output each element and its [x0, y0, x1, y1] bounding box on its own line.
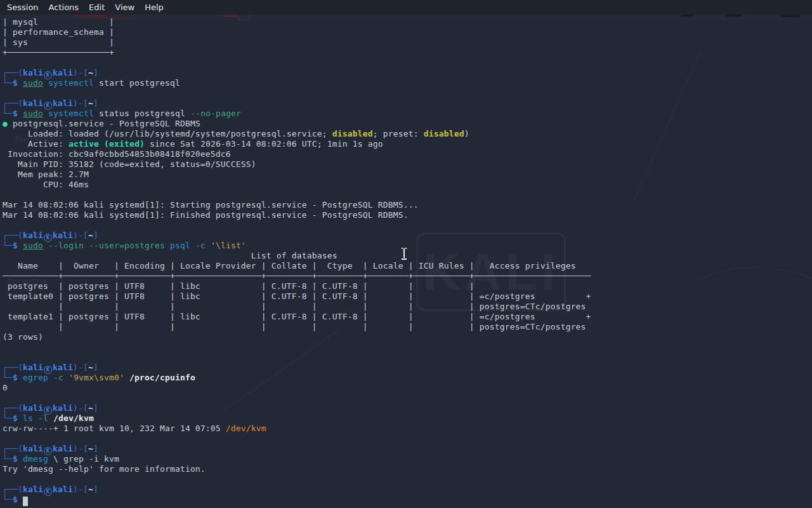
terminal-line: └─$ sudo --login --user=postgres psql -c…: [3, 241, 591, 251]
terminal-line: └─$: [3, 495, 591, 505]
terminal-line: [3, 220, 591, 231]
terminal-line: [3, 474, 591, 485]
terminal-line: CPU: 46ms: [3, 180, 591, 190]
mouse-cursor-ibeam: [400, 248, 408, 260]
terminal-line: ┌──(kali㉿kali)-[~]: [3, 98, 591, 109]
menubar: SessionActionsEditViewHelp: [0, 0, 812, 15]
terminal-line: | performance_schema |: [3, 27, 591, 37]
terminal-line: Mar 14 08:02:06 kali systemd[1]: Startin…: [3, 200, 591, 210]
terminal-line: | | | | | | | | postgres=CTc/postgres: [3, 302, 591, 312]
terminal-line: Loaded: loaded (/usr/lib/systemd/system/…: [3, 129, 591, 139]
ibeam-stem: [403, 248, 405, 259]
terminal-line: template1 | postgres | UTF8 | libc | C.U…: [3, 312, 591, 322]
terminal-line: [3, 88, 591, 98]
terminal-line: ┌──(kali㉿kali)-[~]: [3, 403, 591, 413]
wallpaper-shape: [633, 50, 812, 268]
terminal-line: ┌──(kali㉿kali)-[~]: [3, 231, 591, 241]
terminal-line: ───────────+──────────+──────────+──────…: [3, 271, 591, 281]
terminal-line: [3, 352, 591, 363]
menu-item-view[interactable]: View: [110, 1, 140, 13]
terminal-line: └─$ dmesg \ grep -i kvm: [3, 454, 591, 464]
terminal-line: Mem peak: 2.7M: [3, 170, 591, 180]
terminal-line: └─$ ls -l /dev/kvm: [3, 413, 591, 424]
terminal-line: +────────────────────+: [3, 48, 591, 58]
terminal-line: ● postgresql.service - PostgreSQL RDBMS: [3, 119, 591, 129]
terminal-line: crw-rw----+ 1 root kvm 10, 232 Mar 14 07…: [3, 424, 591, 434]
terminal-line: | | | | | | | | postgres=CTc/postgres: [3, 322, 591, 332]
terminal-line: [3, 434, 591, 444]
terminal-line: [3, 190, 591, 200]
wallpaper-swirl: [609, 267, 812, 508]
terminal-line: ┌──(kali㉿kali)-[~]: [3, 363, 591, 373]
menu-item-edit[interactable]: Edit: [84, 1, 110, 13]
ibeam-serif-bottom: [402, 258, 407, 260]
terminal-line: └─$ sudo systemctl start postgresql: [3, 78, 591, 88]
terminal-line: List of databases: [3, 251, 591, 261]
terminal-line: postgres | postgres | UTF8 | libc | C.UT…: [3, 281, 591, 291]
terminal-line: ┌──(kali㉿kali)-[~]: [3, 68, 591, 78]
terminal-line: ┌──(kali㉿kali)-[~]: [3, 485, 591, 495]
terminal-line: [3, 342, 591, 352]
terminal-line: [3, 58, 591, 68]
menu-item-session[interactable]: Session: [2, 1, 44, 13]
terminal-line: Invocation: cbc9af0cbbd54853b08418f020ee…: [3, 149, 591, 159]
terminal-line: 0: [3, 383, 591, 393]
terminal-line: (3 rows): [3, 332, 591, 342]
menu-item-actions[interactable]: Actions: [44, 1, 84, 13]
terminal-line: template0 | postgres | UTF8 | libc | C.U…: [3, 291, 591, 302]
terminal[interactable]: | mysql || performance_schema || sys |+─…: [3, 17, 591, 505]
menu-item-help[interactable]: Help: [140, 1, 169, 13]
terminal-line: Main PID: 35182 (code=exited, status=0/S…: [3, 159, 591, 170]
terminal-line: └─$ egrep -c '9vmx\svm0' /proc/cpuinfo: [3, 373, 591, 383]
terminal-line: | mysql |: [3, 17, 591, 27]
terminal-line: Name | Owner | Encoding | Locale Provide…: [3, 261, 591, 271]
terminal-line: Try 'dmesg --help' for more information.: [3, 464, 591, 474]
terminal-line: [3, 393, 591, 403]
terminal-line: | sys |: [3, 37, 591, 48]
terminal-line: Mar 14 08:02:06 kali systemd[1]: Finishe…: [3, 210, 591, 220]
text-cursor: [23, 497, 28, 506]
terminal-line: └─$ sudo systemctl status postgresql --n…: [3, 109, 591, 119]
terminal-line: ┌──(kali㉿kali)-[~]: [3, 444, 591, 454]
terminal-line: Active: active (exited) since Sat 2026-0…: [3, 139, 591, 149]
